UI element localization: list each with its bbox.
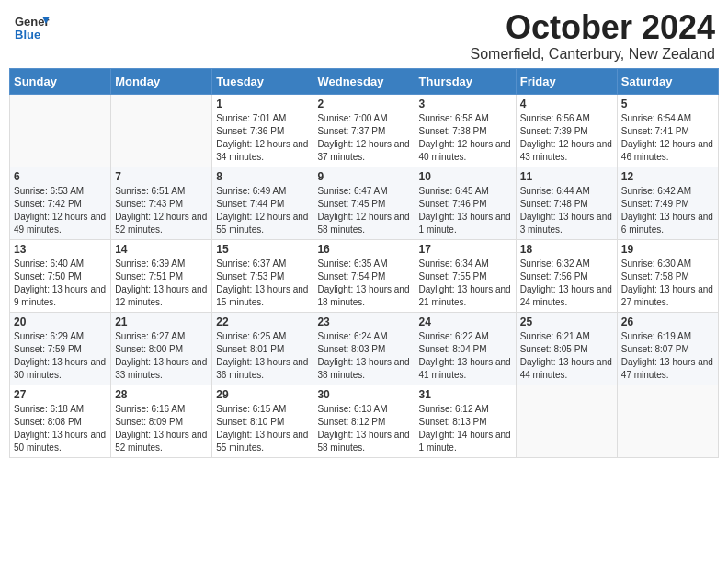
day-info: Sunrise: 6:39 AM Sunset: 7:51 PM Dayligh… — [115, 258, 208, 309]
day-info: Sunrise: 6:53 AM Sunset: 7:42 PM Dayligh… — [14, 185, 107, 236]
calendar-cell: 23Sunrise: 6:24 AM Sunset: 8:03 PM Dayli… — [313, 312, 415, 385]
day-number: 31 — [419, 388, 512, 401]
day-info: Sunrise: 6:54 AM Sunset: 7:41 PM Dayligh… — [621, 112, 714, 164]
day-info: Sunrise: 6:51 AM Sunset: 7:43 PM Dayligh… — [115, 185, 208, 236]
calendar-cell: 21Sunrise: 6:27 AM Sunset: 8:00 PM Dayli… — [111, 312, 212, 385]
day-info: Sunrise: 6:29 AM Sunset: 7:59 PM Dayligh… — [14, 330, 107, 382]
day-header-thursday: Thursday — [415, 68, 516, 94]
day-number: 20 — [14, 316, 107, 328]
day-info: Sunrise: 6:30 AM Sunset: 7:58 PM Dayligh… — [621, 258, 714, 309]
calendar-cell: 11Sunrise: 6:44 AM Sunset: 7:48 PM Dayli… — [516, 167, 617, 239]
day-number: 6 — [14, 170, 107, 183]
calendar-cell — [516, 385, 617, 457]
day-info: Sunrise: 6:35 AM Sunset: 7:54 PM Dayligh… — [317, 258, 410, 309]
day-header-sunday: Sunday — [10, 68, 111, 94]
day-number: 7 — [115, 170, 208, 183]
day-number: 11 — [520, 170, 613, 183]
day-info: Sunrise: 6:19 AM Sunset: 8:07 PM Dayligh… — [621, 330, 714, 382]
day-info: Sunrise: 6:13 AM Sunset: 8:12 PM Dayligh… — [317, 403, 410, 454]
location-title: Somerfield, Canterbury, New Zealand — [471, 46, 716, 63]
day-info: Sunrise: 6:40 AM Sunset: 7:50 PM Dayligh… — [14, 258, 107, 309]
day-number: 4 — [520, 98, 613, 110]
calendar-cell: 3Sunrise: 6:58 AM Sunset: 7:38 PM Daylig… — [415, 94, 516, 167]
calendar-cell: 22Sunrise: 6:25 AM Sunset: 8:01 PM Dayli… — [212, 312, 313, 385]
day-info: Sunrise: 6:25 AM Sunset: 8:01 PM Dayligh… — [216, 330, 309, 382]
day-number: 25 — [520, 316, 613, 328]
day-info: Sunrise: 6:58 AM Sunset: 7:38 PM Dayligh… — [419, 112, 512, 164]
svg-text:Blue: Blue — [15, 28, 40, 41]
day-number: 30 — [317, 388, 410, 401]
calendar-week-3: 13Sunrise: 6:40 AM Sunset: 7:50 PM Dayli… — [10, 239, 719, 312]
calendar-cell — [617, 385, 718, 457]
calendar-cell — [111, 94, 212, 167]
calendar-cell: 9Sunrise: 6:47 AM Sunset: 7:45 PM Daylig… — [313, 167, 415, 239]
day-info: Sunrise: 6:27 AM Sunset: 8:00 PM Dayligh… — [115, 330, 208, 382]
day-number: 2 — [317, 98, 410, 110]
calendar-cell: 7Sunrise: 6:51 AM Sunset: 7:43 PM Daylig… — [111, 167, 212, 239]
calendar-cell: 26Sunrise: 6:19 AM Sunset: 8:07 PM Dayli… — [617, 312, 718, 385]
calendar-cell: 25Sunrise: 6:21 AM Sunset: 8:05 PM Dayli… — [516, 312, 617, 385]
logo: General Blue — [13, 9, 50, 50]
calendar-cell: 14Sunrise: 6:39 AM Sunset: 7:51 PM Dayli… — [111, 239, 212, 312]
day-number: 26 — [621, 316, 714, 328]
day-info: Sunrise: 6:15 AM Sunset: 8:10 PM Dayligh… — [216, 403, 309, 454]
calendar-cell: 31Sunrise: 6:12 AM Sunset: 8:13 PM Dayli… — [415, 385, 516, 457]
calendar-cell: 20Sunrise: 6:29 AM Sunset: 7:59 PM Dayli… — [10, 312, 111, 385]
calendar-cell: 13Sunrise: 6:40 AM Sunset: 7:50 PM Dayli… — [10, 239, 111, 312]
day-number: 23 — [317, 316, 410, 328]
calendar-week-2: 6Sunrise: 6:53 AM Sunset: 7:42 PM Daylig… — [10, 167, 719, 239]
day-header-friday: Friday — [516, 68, 617, 94]
calendar-cell: 1Sunrise: 7:01 AM Sunset: 7:36 PM Daylig… — [212, 94, 313, 167]
day-info: Sunrise: 6:47 AM Sunset: 7:45 PM Dayligh… — [317, 185, 410, 236]
month-title: October 2024 — [471, 9, 716, 46]
calendar-cell: 16Sunrise: 6:35 AM Sunset: 7:54 PM Dayli… — [313, 239, 415, 312]
day-info: Sunrise: 6:37 AM Sunset: 7:53 PM Dayligh… — [216, 258, 309, 309]
calendar-week-1: 1Sunrise: 7:01 AM Sunset: 7:36 PM Daylig… — [10, 94, 719, 167]
day-info: Sunrise: 6:34 AM Sunset: 7:55 PM Dayligh… — [419, 258, 512, 309]
title-block: October 2024 Somerfield, Canterbury, New… — [471, 9, 716, 63]
calendar-week-5: 27Sunrise: 6:18 AM Sunset: 8:08 PM Dayli… — [10, 385, 719, 457]
calendar-cell: 27Sunrise: 6:18 AM Sunset: 8:08 PM Dayli… — [10, 385, 111, 457]
day-info: Sunrise: 6:22 AM Sunset: 8:04 PM Dayligh… — [419, 330, 512, 382]
calendar-cell: 2Sunrise: 7:00 AM Sunset: 7:37 PM Daylig… — [313, 94, 415, 167]
logo-graphic: General Blue — [13, 9, 50, 50]
day-info: Sunrise: 7:01 AM Sunset: 7:36 PM Dayligh… — [216, 112, 309, 164]
day-number: 24 — [419, 316, 512, 328]
calendar-cell: 19Sunrise: 6:30 AM Sunset: 7:58 PM Dayli… — [617, 239, 718, 312]
day-info: Sunrise: 6:32 AM Sunset: 7:56 PM Dayligh… — [520, 258, 613, 309]
calendar-cell: 8Sunrise: 6:49 AM Sunset: 7:44 PM Daylig… — [212, 167, 313, 239]
day-number: 8 — [216, 170, 309, 183]
calendar-week-4: 20Sunrise: 6:29 AM Sunset: 7:59 PM Dayli… — [10, 312, 719, 385]
day-header-saturday: Saturday — [617, 68, 718, 94]
day-header-monday: Monday — [111, 68, 212, 94]
day-number: 12 — [621, 170, 714, 183]
day-number: 3 — [419, 98, 512, 110]
day-info: Sunrise: 6:44 AM Sunset: 7:48 PM Dayligh… — [520, 185, 613, 236]
day-info: Sunrise: 6:18 AM Sunset: 8:08 PM Dayligh… — [14, 403, 107, 454]
calendar-cell: 15Sunrise: 6:37 AM Sunset: 7:53 PM Dayli… — [212, 239, 313, 312]
calendar-header-row: SundayMondayTuesdayWednesdayThursdayFrid… — [10, 68, 719, 94]
calendar-cell: 4Sunrise: 6:56 AM Sunset: 7:39 PM Daylig… — [516, 94, 617, 167]
calendar-cell: 6Sunrise: 6:53 AM Sunset: 7:42 PM Daylig… — [10, 167, 111, 239]
day-info: Sunrise: 6:12 AM Sunset: 8:13 PM Dayligh… — [419, 403, 512, 454]
day-info: Sunrise: 6:16 AM Sunset: 8:09 PM Dayligh… — [115, 403, 208, 454]
day-number: 27 — [14, 388, 107, 401]
day-header-wednesday: Wednesday — [313, 68, 415, 94]
day-number: 22 — [216, 316, 309, 328]
day-number: 5 — [621, 98, 714, 110]
day-info: Sunrise: 6:45 AM Sunset: 7:46 PM Dayligh… — [419, 185, 512, 236]
day-info: Sunrise: 6:24 AM Sunset: 8:03 PM Dayligh… — [317, 330, 410, 382]
day-number: 10 — [419, 170, 512, 183]
day-number: 1 — [216, 98, 309, 110]
day-number: 13 — [14, 243, 107, 256]
day-info: Sunrise: 6:42 AM Sunset: 7:49 PM Dayligh… — [621, 185, 714, 236]
day-info: Sunrise: 6:21 AM Sunset: 8:05 PM Dayligh… — [520, 330, 613, 382]
page-header: General Blue October 2024 Somerfield, Ca… — [9, 9, 719, 63]
calendar-cell: 17Sunrise: 6:34 AM Sunset: 7:55 PM Dayli… — [415, 239, 516, 312]
day-number: 9 — [317, 170, 410, 183]
calendar-cell: 30Sunrise: 6:13 AM Sunset: 8:12 PM Dayli… — [313, 385, 415, 457]
calendar-cell — [10, 94, 111, 167]
calendar-cell: 5Sunrise: 6:54 AM Sunset: 7:41 PM Daylig… — [617, 94, 718, 167]
day-number: 19 — [621, 243, 714, 256]
calendar-cell: 29Sunrise: 6:15 AM Sunset: 8:10 PM Dayli… — [212, 385, 313, 457]
